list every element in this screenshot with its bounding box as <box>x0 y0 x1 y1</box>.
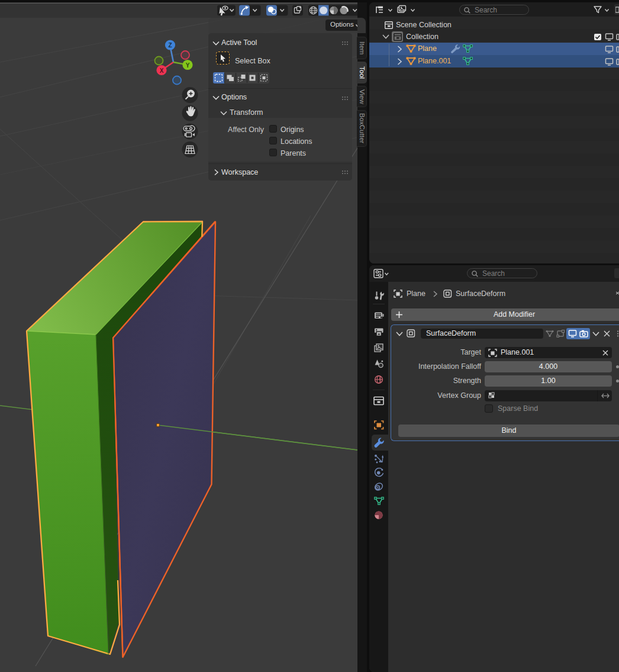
svg-text:X: X <box>160 67 164 74</box>
svg-text:Y: Y <box>186 62 190 69</box>
svg-text:Z: Z <box>168 42 172 49</box>
